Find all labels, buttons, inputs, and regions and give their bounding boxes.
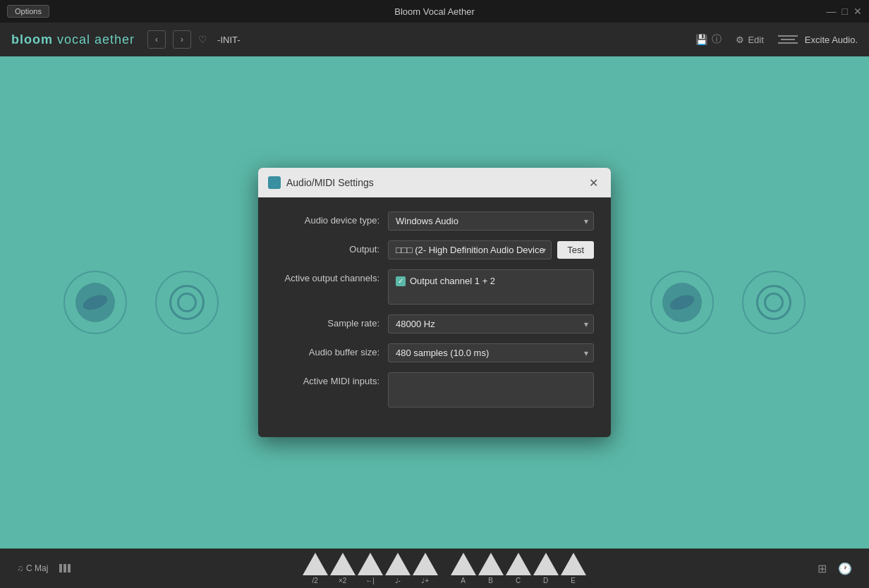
edit-label: Edit bbox=[748, 35, 763, 45]
key-c-label: C bbox=[516, 577, 521, 584]
info-button[interactable]: ⓘ bbox=[712, 33, 722, 46]
output-dropdown-wrapper: □□□ (2- High Definition Audio Device) ▾ bbox=[388, 240, 552, 259]
modal-close-button[interactable]: ✕ bbox=[585, 175, 601, 190]
window-controls: — □ ✕ bbox=[827, 6, 862, 17]
nav-forward-button[interactable]: › bbox=[173, 30, 191, 49]
app-title: Bloom Vocal Aether bbox=[394, 6, 474, 17]
save-preset-button[interactable]: 💾 bbox=[695, 34, 707, 45]
audio-buffer-dropdown-wrapper: 480 samples (10.0 ms) ▾ bbox=[388, 343, 594, 362]
sample-rate-dropdown-wrapper: 48000 Hz ▾ bbox=[388, 314, 594, 333]
sample-rate-row: Sample rate: 48000 Hz ▾ bbox=[275, 314, 594, 333]
key-half: /2 bbox=[303, 553, 328, 584]
bottom-bar: ♫ C Maj /2 ×2 ←| ♩- bbox=[0, 549, 869, 588]
excite-logo: Excite Audio. bbox=[805, 35, 858, 45]
audio-device-type-row: Audio device type: Windows Audio ▾ bbox=[275, 212, 594, 231]
key-e: E bbox=[561, 553, 586, 584]
edit-button[interactable]: ⚙ Edit bbox=[736, 35, 763, 45]
output-select[interactable]: □□□ (2- High Definition Audio Device) bbox=[388, 240, 552, 259]
deco-circle-2 bbox=[155, 271, 219, 334]
key-e-label: E bbox=[571, 577, 576, 584]
key-d-label: D bbox=[543, 577, 548, 584]
key-b: B bbox=[478, 553, 504, 584]
active-output-channels-control: ✓ Output channel 1 + 2 bbox=[388, 269, 594, 305]
active-midi-inputs-row: Active MIDI inputs: bbox=[275, 372, 594, 408]
output-row: Output: □□□ (2- High Definition Audio De… bbox=[275, 240, 594, 259]
main-content: Audio/MIDI Settings ✕ Audio device type:… bbox=[0, 56, 869, 549]
channel-label: Output channel 1 + 2 bbox=[410, 276, 495, 286]
clock-button[interactable]: 🕐 bbox=[832, 559, 858, 578]
key-c: C bbox=[506, 553, 531, 584]
edit-icon: ⚙ bbox=[736, 35, 744, 45]
active-midi-inputs-label: Active MIDI inputs: bbox=[275, 372, 388, 386]
modal-header: Audio/MIDI Settings ✕ bbox=[258, 168, 611, 197]
sample-rate-label: Sample rate: bbox=[275, 314, 388, 329]
output-label: Output: bbox=[275, 240, 388, 255]
close-button[interactable]: ✕ bbox=[853, 6, 862, 17]
key-buttons-container: /2 ×2 ←| ♩- ♩+ bbox=[303, 553, 586, 584]
key-note-minus-label: ♩- bbox=[395, 577, 401, 584]
nav-back-button[interactable]: ‹ bbox=[147, 30, 166, 49]
key-b-label: B bbox=[488, 577, 493, 584]
audio-device-type-control: Windows Audio ▾ bbox=[388, 212, 594, 231]
audio-midi-settings-dialog: Audio/MIDI Settings ✕ Audio device type:… bbox=[258, 168, 611, 437]
channel-checkbox[interactable]: ✓ bbox=[396, 276, 406, 286]
active-output-channels-row: Active output channels: ✓ Output channel… bbox=[275, 269, 594, 305]
key-half-label: /2 bbox=[312, 577, 318, 584]
options-button[interactable]: Options bbox=[7, 5, 49, 18]
grid-view-button[interactable]: ⊞ bbox=[812, 559, 832, 578]
grid-button[interactable] bbox=[54, 561, 76, 575]
deco-circle-1 bbox=[63, 271, 127, 334]
grid-icon bbox=[59, 564, 71, 572]
modal-title-area: Audio/MIDI Settings bbox=[268, 176, 374, 189]
modal-title: Audio/MIDI Settings bbox=[286, 177, 374, 188]
key-note-plus-label: ♩+ bbox=[421, 577, 429, 584]
key-a-label: A bbox=[461, 577, 466, 584]
active-output-channels-label: Active output channels: bbox=[275, 269, 388, 283]
toolbar: bloom vocal aether ‹ › ♡ -INIT- 💾 ⓘ ⚙ Ed… bbox=[0, 23, 869, 56]
heart-icon: ♡ bbox=[198, 34, 207, 45]
music-note-button[interactable]: ♫ C Maj bbox=[11, 561, 54, 576]
audio-buffer-size-control: 480 samples (10.0 ms) ▾ bbox=[388, 343, 594, 362]
key-rewind: ←| bbox=[358, 553, 383, 584]
output-control: □□□ (2- High Definition Audio Device) ▾ … bbox=[388, 240, 594, 259]
grid-view-icon: ⊞ bbox=[818, 562, 827, 575]
channel-item: ✓ Output channel 1 + 2 bbox=[396, 276, 586, 286]
modal-body: Audio device type: Windows Audio ▾ Outpu… bbox=[258, 197, 611, 437]
logo: bloom vocal aether bbox=[11, 32, 135, 47]
audio-buffer-size-row: Audio buffer size: 480 samples (10.0 ms)… bbox=[275, 343, 594, 362]
sample-rate-control: 48000 Hz ▾ bbox=[388, 314, 594, 333]
audio-buffer-size-label: Audio buffer size: bbox=[275, 343, 388, 357]
key-note-plus: ♩+ bbox=[413, 553, 438, 584]
mixer-icon bbox=[778, 35, 798, 44]
key-double: ×2 bbox=[330, 553, 356, 584]
audio-device-type-dropdown-wrapper: Windows Audio ▾ bbox=[388, 212, 594, 231]
key-a: A bbox=[451, 553, 476, 584]
active-midi-inputs-control bbox=[388, 372, 594, 408]
test-button[interactable]: Test bbox=[557, 241, 594, 259]
key-d: D bbox=[533, 553, 559, 584]
audio-buffer-select[interactable]: 480 samples (10.0 ms) bbox=[388, 343, 594, 362]
clock-icon: 🕐 bbox=[838, 562, 852, 575]
maximize-button[interactable]: □ bbox=[842, 6, 848, 17]
preset-name: -INIT- bbox=[212, 32, 691, 48]
key-double-label: ×2 bbox=[339, 577, 346, 584]
minimize-button[interactable]: — bbox=[827, 6, 837, 17]
deco-circle-4 bbox=[742, 271, 806, 334]
music-note-icon: ♫ bbox=[17, 563, 23, 573]
preset-area: ♡ -INIT- 💾 ⓘ bbox=[198, 32, 722, 48]
key-rewind-label: ←| bbox=[365, 577, 375, 584]
midi-inputs-box bbox=[388, 372, 594, 408]
audio-device-type-label: Audio device type: bbox=[275, 212, 388, 226]
keys-area: /2 ×2 ←| ♩- ♩+ bbox=[82, 553, 806, 584]
key-label: C Maj bbox=[26, 563, 48, 573]
deco-circle-3 bbox=[650, 271, 714, 334]
audio-device-type-select[interactable]: Windows Audio bbox=[388, 212, 594, 231]
key-note-minus: ♩- bbox=[385, 553, 411, 584]
modal-icon bbox=[268, 176, 281, 189]
channels-box: ✓ Output channel 1 + 2 bbox=[388, 269, 594, 305]
title-bar: Options Bloom Vocal Aether — □ ✕ bbox=[0, 0, 869, 23]
sample-rate-select[interactable]: 48000 Hz bbox=[388, 314, 594, 333]
